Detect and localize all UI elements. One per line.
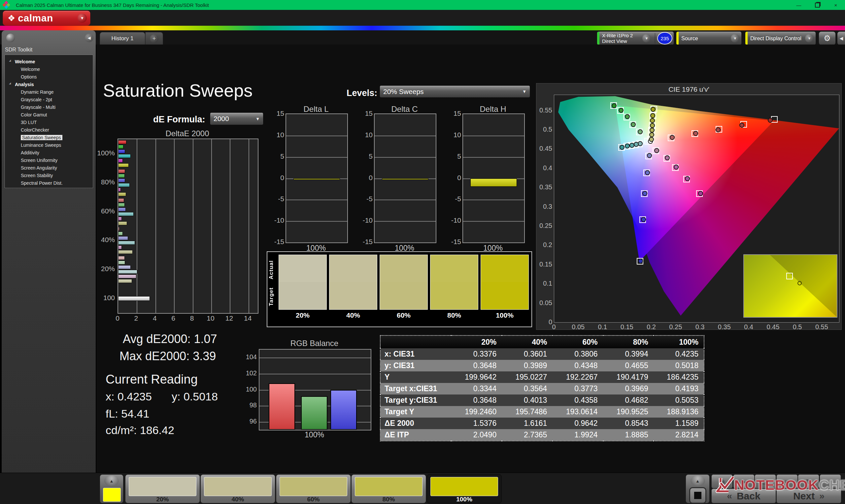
calman-menu-caret[interactable]: ▼ (77, 14, 87, 23)
chevron-down-icon: ▼ (645, 36, 649, 40)
stop-button[interactable] (689, 487, 706, 504)
sidebar-item-dynamic-range[interactable]: Dynamic Range (5, 88, 93, 96)
de2000-chart-title: DeltaE 2000 (118, 129, 257, 138)
sidebar-item-label: Saturation Sweeps (21, 135, 63, 140)
bar (118, 279, 132, 283)
settings-button[interactable]: ⚙ (818, 31, 836, 45)
tab-history-1[interactable]: History 1 (100, 32, 145, 45)
bar-group-40 (118, 226, 258, 255)
levels-dropdown[interactable]: 20% Sweeps ▼ (380, 86, 530, 97)
calman-menu-button[interactable]: ❖ calman ▼ (3, 11, 90, 26)
patch-label: 80% (352, 496, 426, 503)
meter-count-badge[interactable]: 235 (657, 32, 672, 44)
chevron-down-icon: ▼ (522, 89, 527, 94)
delta-l-title: Delta L (285, 105, 347, 114)
bar (118, 260, 125, 265)
sidebar-item-additivity[interactable]: Additivity (5, 149, 93, 156)
sidebar-item-screen-angularity[interactable]: Screen Angularity (5, 164, 93, 172)
add-tab-button[interactable]: + (145, 32, 163, 45)
measure-mini-panel: ▲ (686, 474, 710, 503)
axis-label: 104 (246, 353, 257, 361)
cie-inset-measurement-dot (797, 281, 802, 285)
table-cell: 0.4655 (603, 360, 654, 372)
cie-y-axis: 0.550.50.450.40.350.30.250.20.150.10.050 (538, 95, 553, 322)
sidebar-item-screen-uniformity[interactable]: Screen Uniformity (5, 156, 93, 164)
sidebar-item-luminance-sweeps[interactable]: Luminance Sweeps (5, 141, 93, 149)
axis-label: 0.3 (696, 323, 705, 331)
expand-up-button[interactable]: ▲ (690, 475, 705, 486)
table-row-e-2000: ΔE 20001.53761.61610.96420.85431.1589 (380, 418, 704, 429)
restore-icon (815, 3, 820, 7)
sidebar-item-label: Grayscale - 2pt (21, 97, 52, 102)
delta-h-title: Delta H (462, 105, 524, 114)
source-status-stripe (676, 32, 679, 45)
back-button[interactable]: « Back (711, 488, 776, 503)
de-formula-dropdown[interactable]: 2000 ▼ (210, 112, 263, 125)
capture-button[interactable]: ◉ (711, 474, 733, 488)
cie-1976-panel: CIE 1976 u'v' 0.550.50.450.40.350.30.250… (536, 83, 842, 330)
stop-icon (694, 492, 701, 499)
cie-inset-shade (744, 255, 837, 317)
table-cell: 0.8543 (603, 418, 654, 429)
close-button[interactable]: × (827, 0, 845, 10)
sidebar-item-spectral-power-dist[interactable]: Spectral Power Dist. (5, 179, 93, 187)
minimize-button[interactable]: — (790, 0, 808, 10)
expand-up-button[interactable]: ▲ (104, 475, 119, 486)
sidebar-title: SDR Toolkit (5, 47, 32, 53)
sidebar-item-label: Welcome (15, 59, 35, 64)
target-swatch (480, 282, 529, 310)
patch-button-60[interactable]: 60% (276, 474, 351, 503)
table-cell: 1.1589 (654, 418, 704, 429)
display-control-dropdown[interactable]: Direct Display Control ▼ (745, 31, 816, 45)
refresh-button[interactable]: ↻ (798, 474, 819, 488)
sidebar-collapse-button[interactable]: ◀ (85, 34, 93, 42)
sidebar-item-welcome[interactable]: Welcome (5, 65, 93, 73)
table-cell: 0.3648 (451, 395, 502, 406)
axis-label: 8 (190, 314, 194, 322)
play-button[interactable]: ▶ (733, 474, 755, 488)
sidebar-item-saturation-sweeps[interactable]: Saturation Sweeps (5, 133, 93, 141)
dot-button[interactable]: ◦ (820, 474, 841, 488)
bar (118, 145, 123, 149)
bar (118, 256, 125, 260)
sidebar-item-grayscale-2pt[interactable]: Grayscale - 2pt (5, 96, 93, 103)
sidebar-item-color-gamut[interactable]: Color Gamut (5, 111, 93, 119)
patch-button-20[interactable]: 20% (125, 474, 200, 503)
sidebar-item-welcome[interactable]: ◢Welcome (5, 58, 93, 65)
source-dropdown[interactable]: Source ▼ (676, 31, 742, 45)
current-patch-color[interactable] (103, 488, 121, 502)
sidebar-item-3d-lut[interactable]: 3D LUT (5, 119, 93, 126)
patch-button-80[interactable]: 80% (351, 474, 426, 503)
bar-group-80 (118, 168, 258, 197)
sidebar-item-analysis[interactable]: ◢Analysis (5, 80, 93, 88)
patch-button-40[interactable]: 40% (200, 474, 275, 503)
sphere-button[interactable] (6, 34, 15, 42)
table-cell: 0.3601 (502, 348, 552, 360)
meter-caret[interactable]: ▼ (642, 34, 651, 42)
axis-label: 0.25 (539, 222, 552, 230)
bar (118, 270, 137, 274)
levels-button[interactable]: ▤ (755, 474, 776, 488)
restore-button[interactable] (808, 0, 827, 10)
table-cell: 195.7486 (502, 406, 552, 418)
delta-c-title: Delta C (374, 105, 435, 114)
meter-dropdown[interactable]: X-Rite i1Pro 2Direct View ▼ 235 (597, 31, 674, 45)
delta-h-chart (462, 113, 525, 243)
cie-measurement-dot (739, 123, 744, 128)
display-caret[interactable]: ▼ (805, 34, 814, 42)
sidebar-item-colorchecker[interactable]: ColorChecker (5, 126, 93, 133)
next-button[interactable]: Next » (776, 488, 841, 503)
actual-row-label: Actual (268, 257, 275, 283)
loop-button[interactable]: ∞ (776, 474, 798, 488)
sidebar-item-grayscale-multi[interactable]: Grayscale - Multi (5, 103, 93, 111)
sidebar-item-options[interactable]: Options (5, 73, 93, 80)
source-caret[interactable]: ▼ (731, 34, 739, 42)
sidebar-item-screen-stability[interactable]: Screen Stability (5, 172, 93, 179)
column-header: 80% (603, 336, 654, 348)
column-header: 40% (502, 336, 552, 348)
sidebar-item-label: Grayscale - Multi (21, 105, 55, 110)
panel-collapse-button[interactable]: ◀ (837, 31, 845, 45)
patch-button-100[interactable]: 100% (427, 474, 502, 503)
axis-label: 0.35 (539, 183, 552, 191)
axis-label: 0 (549, 318, 552, 326)
